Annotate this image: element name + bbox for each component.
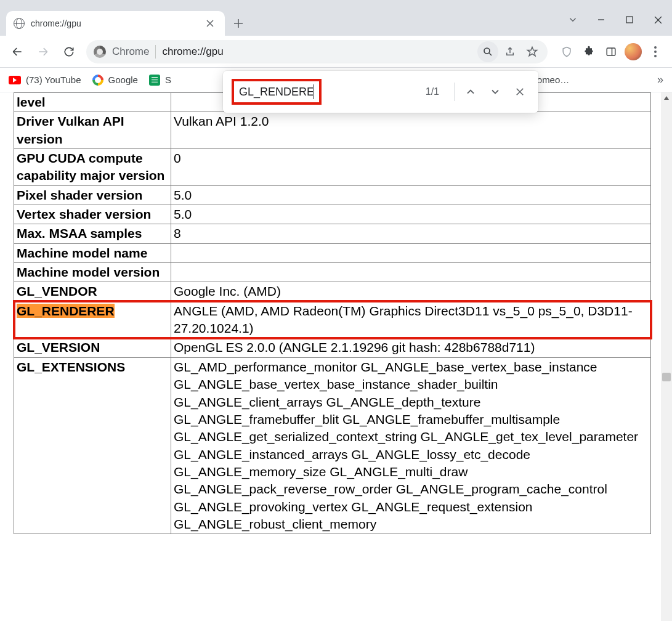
svg-point-1 [484,48,490,54]
page-viewport: level Driver Vulkan API version Vulkan A… [0,92,672,621]
extensions-area [556,41,666,62]
maximize-icon [626,16,633,23]
find-input-highlight [232,79,322,105]
bookmark-google[interactable]: Google [92,75,138,86]
star-icon [526,46,538,58]
tab-close-button[interactable] [203,16,217,31]
bookmarks-overflow-button[interactable]: » [657,73,663,86]
row-key: GPU CUDA compute capability major versio… [14,149,171,186]
window-maximize-button[interactable] [615,6,644,33]
chevron-down-icon [567,14,578,25]
omnibox-url: chrome://gpu [162,46,471,58]
row-value [171,243,651,262]
window-controls [559,6,672,33]
window-titlebar [0,0,672,6]
search-icon [482,46,493,57]
share-icon [504,46,516,57]
row-value [171,263,651,282]
chrome-icon [94,46,106,58]
arrow-left-icon [11,46,23,58]
bookmark-button[interactable] [522,41,543,62]
row-value: Vulkan API 1.2.0 [171,112,651,149]
puzzle-icon [583,46,595,58]
bookmark-youtube[interactable]: (73) YouTube [9,75,81,85]
plus-icon [233,18,243,28]
table-row: GL_VENDOR Google Inc. (AMD) [14,282,651,301]
chrome-menu-button[interactable] [645,41,666,62]
row-key: GL_VENDOR [14,282,171,301]
row-key: Machine model name [14,243,171,262]
row-key: Driver Vulkan API version [14,112,171,149]
row-key: GL_VERSION [14,338,171,357]
tab-strip: chrome://gpu [0,6,672,36]
find-input[interactable] [239,86,313,99]
bookmark-label: Google [108,75,138,85]
nav-back-button[interactable] [6,41,28,63]
close-icon [514,86,525,97]
row-key: level [14,93,171,112]
chevron-down-icon [489,86,501,98]
bookmark-label: (73) YouTube [26,75,81,85]
extensions-button[interactable] [578,41,599,62]
profile-button[interactable] [623,41,644,62]
extension-shield-button[interactable] [556,41,577,62]
find-close-button[interactable] [508,79,532,104]
row-key: Max. MSAA samples [14,224,171,243]
avatar-icon [625,43,642,60]
google-icon [92,75,103,86]
omnibox[interactable]: Chrome chrome://gpu [86,40,548,63]
find-next-button[interactable] [483,79,508,104]
scroll-up-button[interactable] [661,92,672,104]
row-key: GL_EXTENSIONS [14,357,171,534]
row-value: 5.0 [171,185,651,205]
row-key: Machine model version [14,263,171,282]
window-minimize-button[interactable] [587,6,615,33]
browser-toolbar: Chrome chrome://gpu [0,36,672,68]
table-row: Machine model version [14,263,651,282]
tab-search-button[interactable] [559,6,587,33]
omnibox-origin: Chrome [112,46,149,58]
close-icon [206,20,214,27]
table-row: GL_VERSION OpenGL ES 2.0.0 (ANGLE 2.1.19… [14,338,651,357]
text-caret [314,84,314,99]
nav-forward-button[interactable] [32,41,54,63]
gpu-info-table: level Driver Vulkan API version Vulkan A… [14,92,651,534]
menu-dots-icon [654,46,657,57]
page-content: level Driver Vulkan API version Vulkan A… [0,92,661,621]
row-value: GL_AMD_performance_monitor GL_ANGLE_base… [171,357,651,534]
row-key: Pixel shader version [14,185,171,205]
table-row: GL_EXTENSIONS GL_AMD_performance_monitor… [14,357,651,534]
row-value: ANGLE (AMD, AMD Radeon(TM) Graphics Dire… [171,301,651,338]
row-key: GL_RENDERER [14,301,171,338]
chevron-up-icon [464,86,477,98]
close-icon [654,16,662,24]
table-row-highlighted: GL_RENDERER ANGLE (AMD, AMD Radeon(TM) G… [14,301,651,338]
minimize-icon [597,16,605,23]
browser-tab[interactable]: chrome://gpu [6,11,225,36]
window-close-button[interactable] [644,6,672,33]
new-tab-button[interactable] [229,14,248,33]
bookmark-sheets[interactable]: S [149,75,171,86]
svg-rect-2 [607,48,615,55]
nav-reload-button[interactable] [58,41,80,63]
find-prev-button[interactable] [458,79,483,104]
row-value: 0 [171,149,651,186]
panel-icon [605,46,617,57]
scroll-thumb[interactable] [662,373,671,381]
row-value: 5.0 [171,205,651,224]
table-row: Machine model name [14,243,651,262]
svg-rect-0 [626,17,633,23]
find-in-page-button[interactable] [477,41,498,62]
row-value: 8 [171,224,651,243]
table-row: Driver Vulkan API version Vulkan API 1.2… [14,112,651,149]
vertical-scrollbar[interactable] [661,92,672,621]
omnibox-actions [477,41,543,62]
youtube-icon [9,76,21,84]
find-count: 1/1 [426,86,439,97]
side-panel-button[interactable] [601,41,621,62]
find-separator [454,83,455,101]
row-value: Google Inc. (AMD) [171,282,651,301]
table-row: Pixel shader version 5.0 [14,185,651,205]
share-button[interactable] [500,41,520,62]
sheets-icon [149,75,160,86]
